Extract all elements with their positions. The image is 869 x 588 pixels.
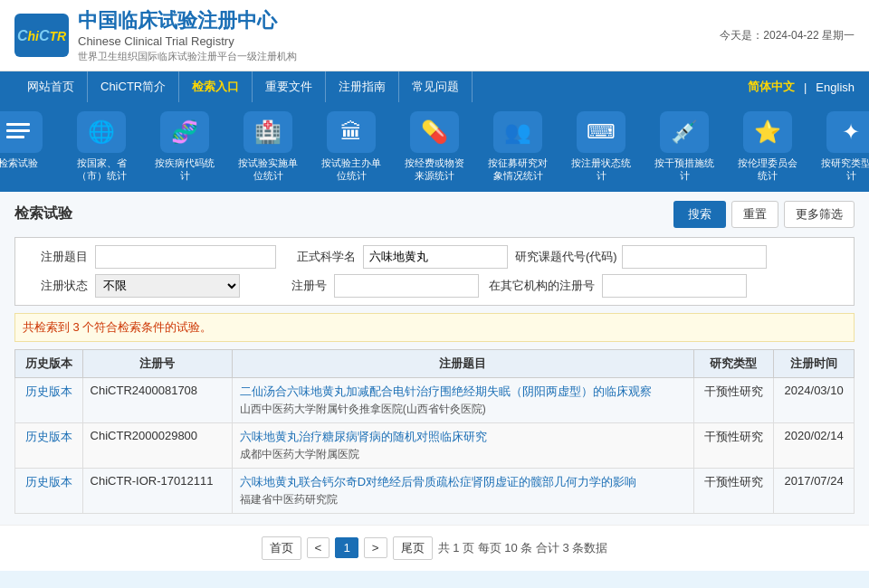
page-prev[interactable]: < [307,537,330,558]
form-row-2: 注册状态 不限 进行中 已完成 暂停 终止 注册号 在其它机构的注册号 [23,274,846,298]
title-link-2[interactable]: 六味地黄丸联合钙尔奇D对绝经后骨质疏松症肾阴虚证的髋部几何力学的影响 [240,475,636,488]
page-info: 共 1 页 每页 10 条 合计 3 条数据 [438,540,608,556]
results-section: 共检索到 3 个符合检索条件的试验。 历史版本 注册号 注册题目 研究类型 注册… [0,306,869,525]
icon-fund-stat[interactable]: 💊 按经费或物资来源统计 [395,111,474,183]
svg-rect-2 [6,136,24,138]
status-icon: ⌨ [577,111,625,153]
page-current[interactable]: 1 [335,537,358,558]
country-icon: 🌐 [77,111,126,153]
label-code: 研究课题代号(代码) [515,249,615,265]
reg-date-cell-1: 2020/02/14 [774,422,855,468]
icon-intervention-stat[interactable]: 💉 按干预措施统计 [645,111,724,183]
icon-sponsor-stat[interactable]: 🏛 按试验主办单位统计 [311,111,391,183]
icon-label-search: 检索试验 [0,156,38,169]
input-reg-no[interactable] [334,274,479,298]
th-reg-date: 注册时间 [774,349,855,377]
table-row: 历史版本 ChiCTR2400081708 二仙汤合六味地黄丸加减配合电针治疗围… [15,377,855,422]
study-type-cell-2: 干预性研究 [693,468,774,513]
pagination: 首页 < 1 > 尾页 共 1 页 每页 10 条 合计 3 条数据 [0,525,869,571]
search-btn-group: 搜索 重置 更多筛选 [673,201,855,228]
title-link-1[interactable]: 六味地黄丸治疗糖尿病肾病的随机对照临床研究 [240,430,487,443]
logo-subtitle: 世界卫生组织国际临床试验注册平台一级注册机构 [78,50,297,63]
nav-guide[interactable]: 注册指南 [326,71,399,102]
icon-label-intervention: 按干预措施统计 [654,156,714,183]
search-form: 注册题目 正式科学名 研究课题代号(代码) 注册状态 不限 进行中 已完成 暂停… [14,237,855,306]
input-topic[interactable] [95,245,276,269]
reg-no-cell-1: ChiCTR2000029800 [82,422,232,468]
sub-text-0: 山西中医药大学附属针灸推拿医院(山西省针灸医院) [240,402,686,417]
icon-grid: 检索试验 🌐 按国家、省（市）统计 🧬 按疾病代码统计 🏥 按试验实施单位统计 … [0,102,869,192]
nav-docs[interactable]: 重要文件 [253,71,326,102]
th-study-type: 研究类型 [693,349,774,377]
title-cell-0: 二仙汤合六味地黄丸加减配合电针治疗围绝经期失眠（阴阳两虚型）的临床观察 山西中医… [232,377,693,422]
nav-search[interactable]: 检索入口 [179,71,253,102]
page-next[interactable]: > [364,537,387,558]
search-header: 检索试验 搜索 重置 更多筛选 [14,201,855,228]
logo-title-en: Chinese Clinical Trial Registry [78,34,297,48]
title-cell-2: 六味地黄丸联合钙尔奇D对绝经后骨质疏松症肾阴虚证的髋部几何力学的影响 福建省中医… [232,468,693,513]
icon-label-fund: 按经费或物资来源统计 [405,156,464,183]
fund-icon: 💊 [410,111,459,153]
logo-icon: ChiCTR [14,14,69,57]
icon-search-trial[interactable]: 检索试验 [0,111,58,183]
history-link-0[interactable]: 历史版本 [25,384,72,398]
more-filter-button[interactable]: 更多筛选 [784,201,855,228]
th-history: 历史版本 [15,349,83,377]
title-cell-1: 六味地黄丸治疗糖尿病肾病的随机对照临床研究 成都中医药大学附属医院 [232,422,693,468]
label-reg-no: 注册号 [254,278,327,294]
reg-no-cell-2: ChiCTR-IOR-17012111 [82,468,232,513]
top-bar: ChiCTR 中国临床试验注册中心 Chinese Clinical Trial… [0,0,869,71]
icon-study-type-stat[interactable]: ✦ 按研究类型统计 [811,111,869,183]
table-row: 历史版本 ChiCTR-IOR-17012111 六味地黄丸联合钙尔奇D对绝经后… [15,468,855,513]
sub-text-2: 福建省中医药研究院 [240,492,686,507]
nav-home[interactable]: 网站首页 [14,71,88,102]
site-icon: 🏥 [244,111,292,153]
svg-rect-1 [6,129,30,132]
page-first[interactable]: 首页 [262,536,301,560]
lang-en[interactable]: English [816,81,855,94]
history-link-2[interactable]: 历史版本 [25,475,72,488]
history-link-1[interactable]: 历史版本 [25,430,72,443]
reset-button[interactable]: 重置 [731,201,778,228]
logo-title-zh: 中国临床试验注册中心 [78,7,297,34]
reg-no-cell-0: ChiCTR2400081708 [82,377,232,422]
table-header-row: 历史版本 注册号 注册题目 研究类型 注册时间 [15,349,855,377]
select-status[interactable]: 不限 进行中 已完成 暂停 终止 [95,274,240,298]
date-display: 今天是：2024-04-22 星期一 [720,28,855,43]
intervention-icon: 💉 [660,111,709,153]
page-last[interactable]: 尾页 [393,536,433,560]
input-code[interactable] [622,245,767,269]
study-type-cell-1: 干预性研究 [693,422,774,468]
icon-country-stat[interactable]: 🌐 按国家、省（市）统计 [62,111,141,183]
icon-site-stat[interactable]: 🏥 按试验实施单位统计 [228,111,308,183]
icon-label-disease: 按疾病代码统计 [155,156,215,183]
nav-about[interactable]: ChiCTR简介 [88,71,179,102]
title-link-0[interactable]: 二仙汤合六味地黄丸加减配合电针治疗围绝经期失眠（阴阳两虚型）的临床观察 [240,384,652,398]
nav-bar: 网站首页 ChiCTR简介 检索入口 重要文件 注册指南 常见问题 简体中文 |… [0,71,869,102]
reg-date-cell-0: 2024/03/10 [774,377,855,422]
nav-faq[interactable]: 常见问题 [399,71,473,102]
search-trial-icon [0,111,43,153]
input-formal-name[interactable] [363,245,508,269]
icon-disease-stat[interactable]: 🧬 按疾病代码统计 [145,111,224,183]
icon-status-stat[interactable]: ⌨ 按注册状态统计 [561,111,641,183]
nav-lang-group: 简体中文 | English [748,79,855,95]
icon-label-study-type: 按研究类型统计 [821,156,869,183]
icon-recruit-stat[interactable]: 👥 按征募研究对象情况统计 [478,111,558,183]
svg-rect-0 [6,123,30,126]
icon-label-sponsor: 按试验主办单位统计 [321,156,381,183]
input-other-no[interactable] [602,274,747,298]
ethics-icon: ⭐ [743,111,792,153]
disease-icon: 🧬 [160,111,209,153]
results-count: 共检索到 3 个符合检索条件的试验。 [14,313,855,342]
search-button[interactable]: 搜索 [673,201,726,228]
recruit-icon: 👥 [493,111,542,153]
th-title: 注册题目 [232,349,693,377]
label-status: 注册状态 [23,278,88,294]
lang-zh[interactable]: 简体中文 [748,79,795,95]
icon-label-status: 按注册状态统计 [571,156,631,183]
icon-ethics-stat[interactable]: ⭐ 按伦理委员会统计 [728,111,807,183]
reg-date-cell-2: 2017/07/24 [774,468,855,513]
study-type-cell-0: 干预性研究 [693,377,774,422]
icon-label-recruit: 按征募研究对象情况统计 [488,156,548,183]
